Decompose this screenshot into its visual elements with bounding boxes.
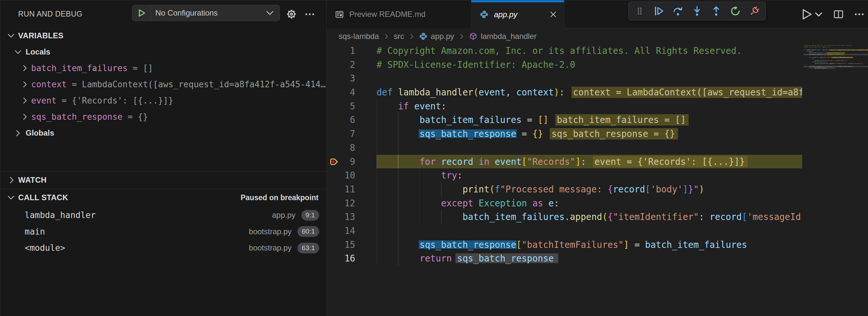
debug-start-icon[interactable] (132, 5, 151, 21)
gripper-icon (635, 6, 645, 16)
code-token: as (532, 198, 543, 208)
variables-section-header[interactable]: VARIABLES (0, 28, 326, 44)
code-line-15[interactable]: 15 sqs_batch_response["batchItemFailures… (327, 238, 802, 252)
chevron-right-icon[interactable] (21, 81, 29, 88)
chevron-down-icon[interactable] (7, 193, 15, 202)
code-token: event (495, 156, 522, 167)
variable-row[interactable]: sqs_batch_response = {} (0, 109, 326, 125)
variable-name: batch_item_failures (31, 63, 127, 73)
code-line-10[interactable]: 10 try: (327, 168, 802, 182)
variable-row[interactable]: event = {'Records': [{...}]} (0, 92, 326, 109)
scope-row-globals[interactable]: Globals (0, 125, 326, 141)
sidebar-header: RUN AND DEBUG No Configurations (0, 0, 326, 28)
breadcrumb-item-src[interactable]: src (394, 32, 404, 41)
breadcrumb-item-app-py[interactable]: app.py (419, 32, 454, 41)
code-line-16[interactable]: 16 return sqs_batch_response (327, 251, 802, 265)
code-token: { (608, 184, 613, 194)
code-line-6[interactable]: 6 batch_item_failures = []batch_item_fai… (327, 113, 802, 127)
code-line-14[interactable]: 14 (327, 224, 802, 238)
code-token: "itemIdentifier" (613, 212, 699, 222)
run-python-icon (801, 8, 823, 21)
gear-icon[interactable] (285, 8, 298, 20)
stack-frame-row[interactable]: <module>bootstrap.py63:1 (0, 240, 326, 256)
step-over-button[interactable] (671, 4, 685, 18)
editor-actions (801, 0, 868, 28)
code-line-13[interactable]: 13 batch_item_failures.append({"itemIden… (327, 210, 802, 224)
code-line-11[interactable]: 11 print(f"Processed message: {record['b… (327, 182, 802, 196)
code-token (377, 115, 420, 125)
code-line-4[interactable]: 4def lambda_handler(event, context):cont… (327, 85, 802, 99)
code-line-text: def lambda_handler(event, context):conte… (377, 85, 802, 99)
variable-row[interactable]: batch_item_failures = [] (0, 60, 326, 76)
code-token: except (441, 198, 473, 208)
breadcrumb-item-sqs-lambda[interactable]: sqs-lambda (339, 32, 379, 41)
python-icon (480, 10, 489, 19)
code-token (393, 87, 398, 97)
chevron-right-icon[interactable] (7, 176, 16, 184)
chevron-down-icon[interactable] (14, 48, 22, 56)
breadcrumb-item-lambda-handler[interactable]: lambda_handler (469, 32, 536, 41)
split-editor-button[interactable] (833, 9, 844, 20)
code-line-7[interactable]: 7 sqs_batch_response = {}sqs_batch_respo… (327, 127, 802, 141)
code-line-1[interactable]: 1# Copyright Amazon.com, Inc. or its aff… (327, 44, 802, 58)
breakpoint-arrow-icon[interactable] (329, 157, 339, 167)
stack-frame-row[interactable]: lambda_handlerapp.py9:1 (0, 207, 326, 223)
code-line-8[interactable]: 8 (327, 141, 802, 155)
debug-start-icon[interactable] (137, 8, 147, 18)
code-line-5[interactable]: 5 if event: (327, 99, 802, 113)
code-token: [] (538, 115, 549, 125)
gear-icon[interactable] (285, 8, 298, 20)
chevron-right-icon[interactable] (21, 97, 29, 104)
variable-row[interactable]: context = LambdaContext([aws_request_id=… (0, 76, 326, 92)
chevron-right-icon[interactable] (21, 64, 29, 72)
code-token: [ (742, 212, 747, 222)
stack-frame-position-badge: 9:1 (301, 210, 319, 221)
code-line-text: sqs_batch_response["batchItemFailures"] … (377, 238, 747, 252)
chevron-right-icon[interactable] (7, 176, 16, 184)
code-token: ( (473, 87, 479, 97)
editor-more-actions-button[interactable] (854, 9, 865, 20)
chevron-right-icon[interactable] (14, 129, 22, 137)
tab-preview-readme-md[interactable]: Preview README.md (327, 0, 471, 28)
minimap[interactable]: # Copyright Amazon.com, Inc. or its affi… (803, 44, 868, 316)
code-editor[interactable]: 1# Copyright Amazon.com, Inc. or its aff… (327, 44, 868, 316)
chevron-down-icon[interactable] (7, 31, 15, 40)
python-icon (419, 32, 428, 40)
code-line-2[interactable]: 2# SPDX-License-Identifier: Apache-2.0 (327, 58, 802, 72)
code-token: record (710, 212, 742, 222)
debug-configuration-label: No Configurations (155, 8, 265, 18)
continue-button[interactable] (652, 4, 666, 18)
run-file-button[interactable] (801, 8, 823, 21)
call-stack-section-header[interactable]: CALL STACK Paused on breakpoint (0, 189, 326, 206)
step-into-button[interactable] (690, 4, 704, 18)
scope-row-locals[interactable]: Locals (0, 44, 326, 60)
debug-configuration-dropdown[interactable]: No Configurations (132, 5, 280, 21)
chevron-down-icon[interactable] (7, 193, 15, 202)
close-icon[interactable] (549, 10, 558, 19)
debug-continue-icon (653, 5, 664, 17)
code-line-3[interactable]: 3 (327, 71, 802, 85)
vscode-window: RUN AND DEBUG No Configurations VARIABLE… (0, 0, 868, 316)
watch-section-header[interactable]: WATCH (0, 171, 326, 189)
code-token: [ (645, 184, 651, 194)
restart-button[interactable] (728, 4, 742, 18)
stack-frame-row[interactable]: mainbootstrap.py60:1 (0, 224, 326, 240)
disconnect-button[interactable] (747, 4, 762, 18)
tab-app-py[interactable]: app.py (471, 0, 564, 29)
code-line-9[interactable]: 9 for record in event["Records"]:event =… (327, 155, 802, 169)
code-line-12[interactable]: 12 except Exception as e: (327, 196, 802, 210)
toolbar-gripper[interactable] (632, 4, 647, 18)
variable-value: = [] (127, 63, 153, 73)
chevron-down-icon[interactable] (7, 31, 15, 40)
chevron-right-icon[interactable] (21, 113, 29, 121)
breadcrumb-label: sqs-lambda (339, 32, 379, 41)
code-token (473, 156, 479, 167)
debug-restart-icon (730, 5, 741, 17)
more-actions-icon[interactable] (303, 8, 317, 20)
step-out-button[interactable] (709, 4, 723, 18)
code-token: Exception (479, 198, 527, 208)
indent-guide (398, 141, 398, 155)
call-stack-section-title: CALL STACK (18, 193, 68, 202)
code-token: : (441, 101, 447, 111)
more-actions-icon[interactable] (304, 9, 315, 20)
